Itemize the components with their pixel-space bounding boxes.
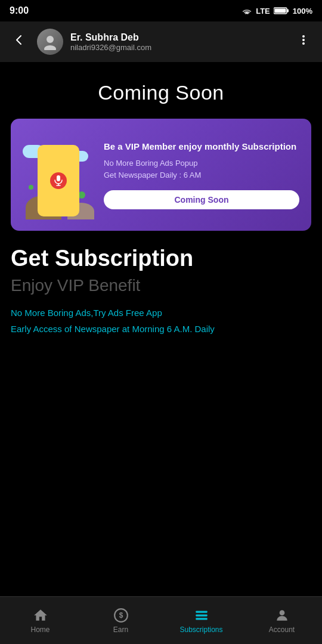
vip-benefit-subtitle: Enjoy VIP Benefit <box>11 276 311 295</box>
lte-label: LTE <box>256 7 270 16</box>
home-label: Home <box>30 626 49 634</box>
user-email: niladri9326@gmail.com <box>70 43 285 52</box>
svg-rect-15 <box>196 618 208 620</box>
svg-point-5 <box>302 35 305 38</box>
svg-point-4 <box>44 45 56 50</box>
user-info: Er. Subhra Deb niladri9326@gmail.com <box>70 32 285 52</box>
svg-text:$: $ <box>119 611 123 620</box>
svg-rect-8 <box>57 175 60 181</box>
vip-banner-title: Be a VIP Member enjoy monthly Subscripti… <box>104 140 299 153</box>
status-icons: LTE 100% <box>242 7 312 16</box>
svg-point-3 <box>47 36 54 43</box>
wifi-icon <box>242 7 252 15</box>
user-name: Er. Subhra Deb <box>70 32 285 43</box>
more-button[interactable] <box>292 31 315 52</box>
benefit-item-2: Early Access of Newspaper at Morning 6 A… <box>11 321 311 337</box>
vip-banner-subtitle: No More Boring Ads Popup Get Newspaper D… <box>104 157 299 181</box>
svg-rect-13 <box>196 611 208 612</box>
earn-label: Earn <box>113 626 128 634</box>
svg-point-7 <box>302 42 305 45</box>
svg-rect-2 <box>274 9 286 13</box>
dot-decoration-2 <box>29 185 33 190</box>
svg-rect-14 <box>196 614 208 616</box>
battery-icon <box>274 7 289 15</box>
phone-body <box>38 145 79 216</box>
nav-home[interactable]: Home <box>0 608 80 634</box>
nav-account[interactable]: Account <box>242 608 322 634</box>
nav-subscriptions[interactable]: Subscriptions <box>161 608 242 634</box>
status-time: 9:00 <box>10 5 29 16</box>
home-icon <box>33 608 48 623</box>
subscriptions-icon <box>194 608 209 623</box>
nav-earn[interactable]: $ Earn <box>80 608 161 634</box>
svg-rect-1 <box>287 10 289 13</box>
back-button[interactable] <box>7 31 30 52</box>
svg-point-6 <box>302 39 305 41</box>
battery-percent: 100% <box>293 7 312 16</box>
avatar <box>37 29 63 55</box>
earn-icon: $ <box>113 608 129 623</box>
coming-soon-button[interactable]: Coming Soon <box>104 190 299 209</box>
main-content: Coming Soon <box>0 62 322 596</box>
vip-line1: No More Boring Ads Popup <box>104 159 198 168</box>
status-bar: 9:00 LTE 100% <box>0 0 322 21</box>
vip-line2: Get Newspaper Daily : 6 AM <box>104 171 201 179</box>
account-icon <box>274 608 290 623</box>
subscription-title: Get Subscription <box>11 245 311 273</box>
top-nav: Er. Subhra Deb niladri9326@gmail.com <box>0 21 322 62</box>
mic-icon <box>50 172 67 189</box>
subscription-section: Get Subscription Enjoy VIP Benefit No Mo… <box>0 231 322 342</box>
phone-illustration <box>23 133 94 216</box>
subscriptions-label: Subscriptions <box>179 626 222 634</box>
svg-point-16 <box>279 610 284 615</box>
account-label: Account <box>269 626 295 634</box>
vip-banner-content: Be a VIP Member enjoy monthly Subscripti… <box>104 140 299 209</box>
coming-soon-title: Coming Soon <box>0 62 322 119</box>
bottom-nav: Home $ Earn Subscriptions Account <box>0 596 322 644</box>
vip-banner: Be a VIP Member enjoy monthly Subscripti… <box>11 119 311 231</box>
benefit-item-1: No More Boring Ads,Try Ads Free App <box>11 305 311 321</box>
